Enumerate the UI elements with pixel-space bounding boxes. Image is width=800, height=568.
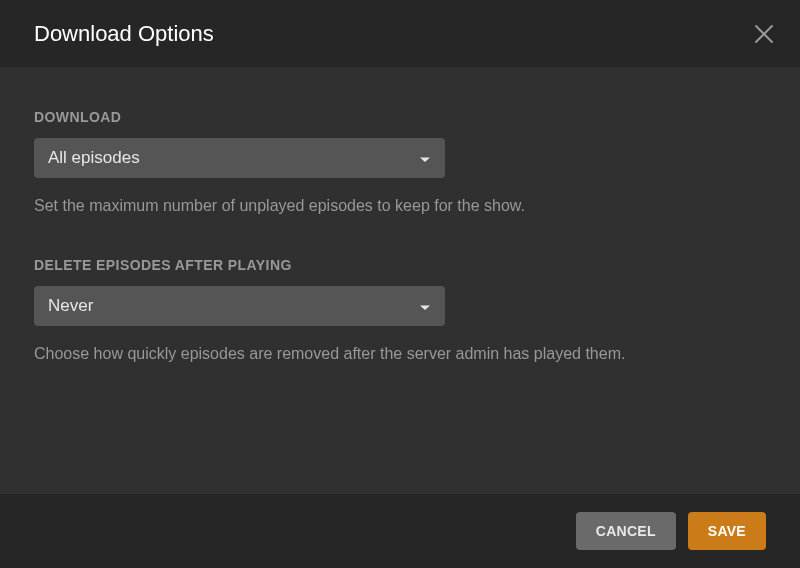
download-options-dialog: Download Options DOWNLOAD All episodes S… (0, 0, 800, 568)
field-delete-label: DELETE EPISODES AFTER PLAYING (34, 257, 766, 274)
chevron-down-icon (419, 152, 431, 164)
download-select-value: All episodes (48, 148, 140, 168)
field-download-help: Set the maximum number of unplayed episo… (34, 194, 674, 217)
delete-select[interactable]: Never (34, 286, 445, 326)
close-icon[interactable] (752, 22, 776, 46)
field-download-label: DOWNLOAD (34, 109, 766, 126)
dialog-header: Download Options (0, 0, 800, 67)
chevron-down-icon (419, 300, 431, 312)
save-button[interactable]: SAVE (688, 512, 766, 550)
dialog-body: DOWNLOAD All episodes Set the maximum nu… (0, 67, 800, 494)
field-delete-help: Choose how quickly episodes are removed … (34, 342, 674, 365)
field-download: DOWNLOAD All episodes Set the maximum nu… (34, 109, 766, 217)
dialog-title: Download Options (34, 21, 214, 47)
cancel-button[interactable]: CANCEL (576, 512, 676, 550)
dialog-footer: CANCEL SAVE (0, 494, 800, 568)
download-select[interactable]: All episodes (34, 138, 445, 178)
delete-select-value: Never (48, 296, 93, 316)
field-delete: DELETE EPISODES AFTER PLAYING Never Choo… (34, 257, 766, 365)
